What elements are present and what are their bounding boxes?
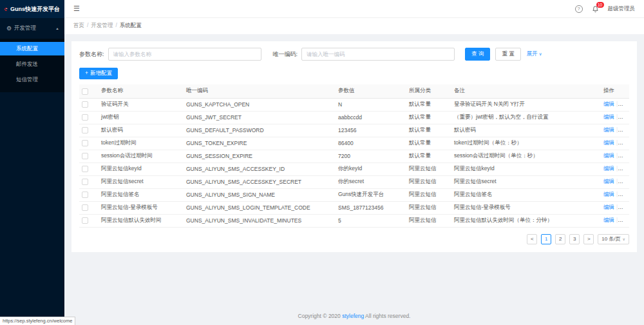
row-checkbox[interactable]: [82, 114, 88, 121]
param-name-label: 参数名称:: [79, 50, 104, 59]
row-checkbox[interactable]: [82, 204, 88, 211]
table-row: session会话过期时间GUNS_SESSION_EXPIRE7200默认常量…: [79, 150, 629, 162]
cell-param-name: 阿里云短信-登录模板号: [99, 201, 184, 214]
table-row: 验证码开关GUNS_KAPTCHA_OPENN默认常量登录验证码开关 N关闭 Y…: [79, 98, 629, 111]
cell-unique-code: GUNS_ALIYUN_SMS_INVALIDATE_MINUTES: [184, 214, 336, 227]
action-divider: |: [616, 101, 618, 107]
edit-link[interactable]: 编辑: [603, 101, 614, 107]
sidebar-submenu: 系统配置邮件发送短信管理: [0, 39, 64, 92]
edit-link[interactable]: 编辑: [603, 152, 614, 159]
row-checkbox[interactable]: [82, 127, 88, 133]
row-checkbox-cell: [79, 150, 99, 162]
cell-param-value: 你的secret: [336, 175, 406, 188]
notification-badge: 10: [596, 2, 604, 8]
sidebar-item-link[interactable]: 短信管理: [0, 73, 64, 86]
cell-param-value: Guns快速开发平台: [336, 188, 406, 201]
row-checkbox[interactable]: [82, 101, 88, 108]
app-root: Guns快速开发平台 ⚙ 开发管理 ▲ 系统配置邮件发送短信管理 ☰ ? 10 …: [0, 0, 644, 325]
cell-actions: 编辑|删除: [601, 175, 629, 188]
cell-remark: 登录验证码开关 N关闭 Y打开: [451, 98, 601, 111]
breadcrumb-item[interactable]: 首页: [73, 22, 84, 28]
page-button[interactable]: 1: [541, 234, 551, 244]
row-checkbox-cell: [79, 137, 99, 150]
sidebar-group-dev-management[interactable]: ⚙ 开发管理 ▲: [0, 18, 64, 39]
edit-link[interactable]: 编辑: [603, 113, 614, 120]
column-param-value: 参数值: [336, 84, 406, 98]
cell-category: 阿里云短信: [406, 175, 451, 188]
cell-remark: 阿里云短信secret: [451, 175, 601, 188]
top-header: ☰ ? 10 超级管理员: [64, 0, 644, 18]
expand-toggle[interactable]: 展开 ∨: [527, 50, 542, 58]
footer-text-prefix: Copyright © 2020: [298, 313, 343, 319]
table-row: 阿里云短信签名GUNS_ALIYUN_SMS_SIGN_NAMEGuns快速开发…: [79, 188, 629, 201]
page-size-label: 10 条/页: [601, 235, 620, 242]
row-checkbox[interactable]: [82, 153, 88, 159]
action-divider: |: [616, 139, 618, 146]
menu-fold-icon[interactable]: ☰: [73, 5, 80, 12]
unique-code-input[interactable]: [301, 48, 455, 61]
footer-text-suffix: All rights reserved.: [364, 313, 410, 319]
cell-category: 默认常量: [406, 150, 451, 162]
cell-param-value: N: [336, 98, 406, 111]
edit-link[interactable]: 编辑: [603, 191, 614, 197]
edit-link[interactable]: 编辑: [603, 165, 614, 172]
row-checkbox-cell: [79, 124, 99, 137]
add-config-button[interactable]: +新增配置: [79, 68, 118, 79]
select-all-checkbox[interactable]: [82, 88, 88, 95]
next-page-button[interactable]: >: [583, 234, 594, 244]
action-divider: |: [616, 113, 618, 120]
edit-link[interactable]: 编辑: [603, 178, 614, 184]
reset-button[interactable]: 重 置: [495, 48, 520, 61]
cell-category: 默认常量: [406, 111, 451, 124]
column-unique-code: 唯一编码: [184, 84, 336, 98]
app-logo[interactable]: Guns快速开发平台: [0, 0, 64, 18]
row-checkbox[interactable]: [82, 140, 88, 146]
cell-category: 默认常量: [406, 137, 451, 150]
edit-link[interactable]: 编辑: [603, 126, 614, 133]
row-checkbox[interactable]: [82, 217, 88, 224]
sidebar-item-link[interactable]: 邮件发送: [0, 57, 64, 71]
cell-category: 默认常量: [406, 124, 451, 137]
row-checkbox[interactable]: [82, 179, 88, 185]
edit-link[interactable]: 编辑: [603, 139, 614, 146]
cell-category: 默认常量: [406, 98, 451, 111]
breadcrumb-item[interactable]: 开发管理: [91, 22, 113, 28]
cell-param-name: 阿里云短信签名: [99, 188, 184, 201]
chevron-down-icon: ∨: [623, 237, 625, 241]
edit-link[interactable]: 编辑: [603, 217, 614, 223]
logo-icon: [5, 5, 8, 14]
cell-param-name: jwt密钥: [99, 111, 184, 124]
search-button[interactable]: 查 询: [465, 48, 490, 61]
cell-unique-code: GUNS_JWT_SECRET: [184, 111, 336, 124]
stylefeng-link[interactable]: stylefeng: [342, 313, 364, 319]
cell-actions: 编辑|删除: [601, 214, 629, 227]
row-checkbox[interactable]: [82, 192, 88, 198]
table-row: 阿里云短信默认失效时间GUNS_ALIYUN_SMS_INVALIDATE_MI…: [79, 214, 629, 227]
param-name-input[interactable]: [108, 48, 261, 61]
notifications-button[interactable]: 10: [592, 5, 599, 13]
cell-actions: 编辑|删除: [601, 98, 629, 111]
cell-category: 阿里云短信: [406, 188, 451, 201]
cell-actions: 编辑|删除: [601, 124, 629, 137]
sidebar-item-active[interactable]: 系统配置: [0, 42, 64, 55]
row-checkbox-cell: [79, 188, 99, 201]
edit-link[interactable]: 编辑: [603, 204, 614, 210]
breadcrumb-item: 系统配置: [120, 22, 142, 28]
user-menu[interactable]: 超级管理员: [608, 5, 636, 13]
chevron-down-icon: ∨: [539, 52, 542, 57]
page-button[interactable]: 2: [555, 234, 565, 244]
cell-param-value: 123456: [336, 124, 406, 137]
page-size-select[interactable]: 10 条/页∨: [598, 234, 629, 244]
table-row: 阿里云短信secretGUNS_ALIYUN_SMS_ACCESSKEY_SEC…: [79, 175, 629, 188]
row-checkbox-cell: [79, 214, 99, 227]
prev-page-button[interactable]: <: [527, 234, 537, 244]
help-icon[interactable]: ?: [575, 5, 583, 13]
page-button[interactable]: 3: [569, 234, 580, 244]
content-area: 参数名称: 唯一编码: 查 询 重 置 展开 ∨ +新增配置: [64, 34, 644, 325]
cell-unique-code: GUNS_ALIYUN_SMS_LOGIN_TEMPLATE_CODE: [184, 201, 336, 214]
plus-icon: +: [85, 70, 88, 76]
row-checkbox[interactable]: [82, 166, 88, 172]
cell-actions: 编辑|删除: [601, 111, 629, 124]
sidebar: Guns快速开发平台 ⚙ 开发管理 ▲ 系统配置邮件发送短信管理: [0, 0, 64, 325]
cell-param-value: 你的keyId: [336, 162, 406, 175]
